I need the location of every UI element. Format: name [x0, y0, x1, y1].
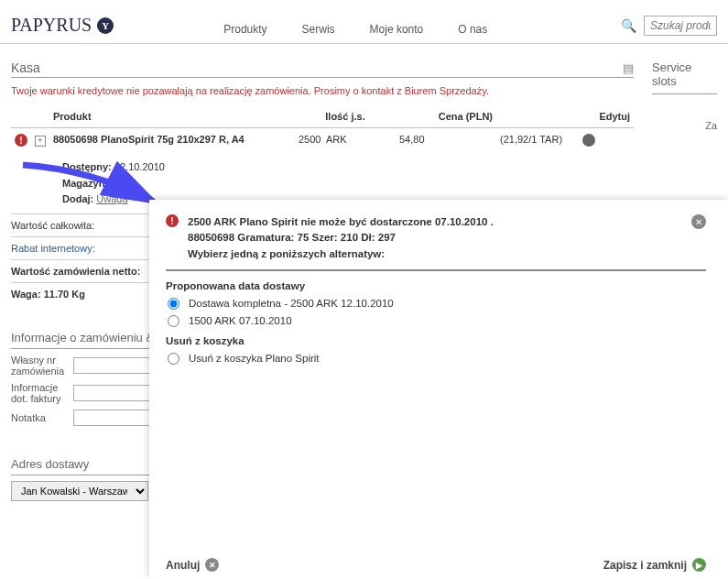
modal-alert-icon: !	[166, 214, 179, 227]
service-slots-title: Service slots	[652, 55, 717, 94]
alert-icon: !	[15, 134, 27, 147]
kasa-title: Kasa	[11, 60, 40, 75]
label-faktura: Informacje dot. faktury	[11, 382, 66, 404]
nav-serwis[interactable]: Serwis	[302, 23, 335, 43]
proposed-date-title: Proponowana data dostawy	[166, 280, 706, 291]
modal-message: 2500 ARK Plano Spirit nie może być dosta…	[188, 214, 682, 262]
uwaga-link[interactable]: Uwaga	[96, 193, 127, 204]
nav-o-nas[interactable]: O nas	[458, 23, 487, 43]
option-remove[interactable]: Usuń z koszyka Plano Spirit	[166, 350, 706, 367]
expand-icon[interactable]: +	[35, 136, 46, 147]
search-input[interactable]	[644, 16, 717, 36]
logo-icon: Y	[97, 17, 114, 34]
input-wlasny-nr[interactable]	[73, 357, 152, 374]
logo-text: PAPYRUS	[11, 15, 92, 36]
delivery-address-select[interactable]: Jan Kowalski - Warszawa	[11, 481, 148, 501]
product-name[interactable]: 88050698 PlanoSpirit 75g 210x297 R, A4	[53, 134, 244, 145]
logo[interactable]: PAPYRUS Y	[11, 15, 114, 36]
col-ilosc: Ilość j.s.	[295, 105, 396, 128]
nav-produkty[interactable]: Produkty	[223, 23, 266, 43]
option-full-delivery[interactable]: Dostawa kompletna - 2500 ARK 12.10.2010	[166, 295, 706, 312]
label-notatka: Notatka	[11, 412, 66, 423]
kasa-title-row: Kasa ▤	[11, 55, 634, 78]
save-close-button[interactable]: Zapisz i zamknij▶	[603, 558, 706, 572]
col-edytuj: Edytuj	[579, 105, 634, 128]
label-wlasny-nr: Własny nr zamówienia	[11, 355, 66, 377]
nav-moje-konto[interactable]: Moje konto	[370, 23, 424, 43]
product-per: (21,92/1 TAR)	[496, 128, 579, 155]
search-area: 🔍	[621, 16, 717, 36]
globe-icon[interactable]	[582, 134, 595, 147]
header: PAPYRUS Y Produkty Serwis Moje konto O n…	[0, 0, 728, 44]
option-partial-delivery[interactable]: 1500 ARK 07.10.2010	[166, 312, 706, 330]
product-qty: 2500 ARK	[295, 128, 396, 155]
main-nav: Produkty Serwis Moje konto O nas	[223, 7, 487, 43]
close-icon[interactable]: ✕	[691, 214, 706, 229]
input-faktura[interactable]	[73, 385, 152, 401]
cancel-button[interactable]: Anuluj✕	[166, 558, 219, 572]
radio-full[interactable]	[168, 298, 179, 310]
print-icon[interactable]: ▤	[623, 61, 634, 75]
remove-title: Usuń z koszyka	[166, 335, 706, 346]
za-text: Za	[652, 120, 717, 131]
search-icon[interactable]: 🔍	[621, 18, 636, 33]
product-price: 54,80	[396, 128, 496, 155]
radio-remove[interactable]	[168, 353, 179, 365]
go-icon: ▶	[692, 558, 706, 572]
col-cena: Cena (PLN)	[396, 105, 496, 128]
col-produkt: Produkt	[49, 105, 295, 128]
credit-warning: Twoje warunki kredytowe nie pozawalają n…	[11, 78, 634, 100]
radio-partial[interactable]	[168, 315, 179, 327]
cancel-icon: ✕	[205, 558, 219, 572]
table-row: ! + 88050698 PlanoSpirit 75g 210x297 R, …	[11, 128, 634, 155]
product-table: Produkt Ilość j.s. Cena (PLN) Edytuj ! +…	[11, 105, 634, 213]
input-notatka[interactable]	[73, 410, 152, 426]
availability-modal: ! 2500 ARK Plano Spirit nie może być dos…	[149, 200, 728, 579]
